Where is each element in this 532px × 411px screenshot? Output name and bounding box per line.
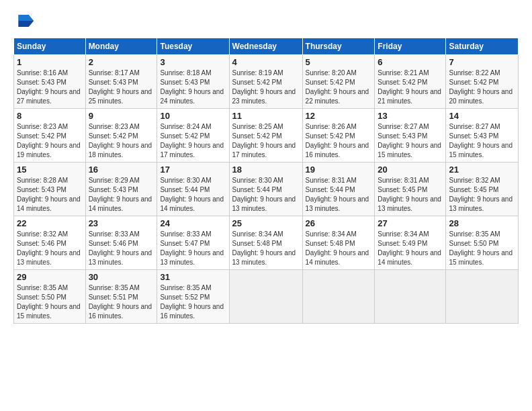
calendar-cell: 16 Sunrise: 8:29 AMSunset: 5:43 PMDaylig…: [85, 163, 157, 216]
day-number: 31: [160, 272, 226, 282]
calendar-cell: 7 Sunrise: 8:22 AMSunset: 5:42 PMDayligh…: [446, 55, 519, 109]
day-number: 14: [449, 111, 515, 121]
logo: [13, 11, 36, 31]
svg-marker-1: [19, 15, 34, 21]
calendar-cell: 15 Sunrise: 8:28 AMSunset: 5:43 PMDaylig…: [14, 163, 86, 216]
day-number: 10: [160, 111, 226, 121]
calendar-cell: 13 Sunrise: 8:27 AMSunset: 5:43 PMDaylig…: [375, 109, 446, 163]
day-number: 2: [89, 57, 154, 67]
day-number: 1: [17, 57, 83, 67]
svg-marker-2: [19, 21, 34, 27]
calendar-cell: 19 Sunrise: 8:31 AMSunset: 5:44 PMDaylig…: [302, 163, 375, 216]
col-header-wednesday: Wednesday: [229, 38, 302, 55]
col-header-tuesday: Tuesday: [157, 38, 229, 55]
day-info: Sunrise: 8:34 AMSunset: 5:48 PMDaylight:…: [232, 230, 296, 266]
calendar-cell: 18 Sunrise: 8:30 AMSunset: 5:44 PMDaylig…: [229, 163, 302, 216]
calendar-cell: 29 Sunrise: 8:35 AMSunset: 5:50 PMDaylig…: [14, 270, 86, 324]
calendar-cell: 6 Sunrise: 8:21 AMSunset: 5:42 PMDayligh…: [375, 55, 446, 109]
day-number: 8: [17, 111, 83, 121]
calendar-cell: [302, 270, 375, 324]
calendar-cell: 8 Sunrise: 8:23 AMSunset: 5:42 PMDayligh…: [14, 109, 86, 163]
day-number: 21: [449, 165, 515, 175]
calendar-cell: 4 Sunrise: 8:19 AMSunset: 5:42 PMDayligh…: [229, 55, 302, 109]
day-info: Sunrise: 8:35 AMSunset: 5:51 PMDaylight:…: [89, 284, 152, 320]
day-info: Sunrise: 8:34 AMSunset: 5:48 PMDaylight:…: [306, 230, 369, 266]
calendar-cell: 9 Sunrise: 8:23 AMSunset: 5:42 PMDayligh…: [85, 109, 157, 163]
day-info: Sunrise: 8:26 AMSunset: 5:42 PMDaylight:…: [306, 123, 369, 158]
day-info: Sunrise: 8:33 AMSunset: 5:47 PMDaylight:…: [160, 230, 224, 266]
day-number: 17: [160, 165, 226, 175]
calendar-cell: [446, 270, 519, 324]
calendar-cell: 21 Sunrise: 8:32 AMSunset: 5:45 PMDaylig…: [446, 163, 519, 216]
day-info: Sunrise: 8:22 AMSunset: 5:42 PMDaylight:…: [449, 69, 513, 105]
calendar-cell: 30 Sunrise: 8:35 AMSunset: 5:51 PMDaylig…: [85, 270, 157, 324]
calendar-cell: 12 Sunrise: 8:26 AMSunset: 5:42 PMDaylig…: [302, 109, 375, 163]
day-number: 9: [89, 111, 154, 121]
header: [13, 11, 519, 31]
calendar-cell: 1 Sunrise: 8:16 AMSunset: 5:43 PMDayligh…: [14, 55, 86, 109]
col-header-sunday: Sunday: [14, 38, 86, 55]
day-info: Sunrise: 8:34 AMSunset: 5:49 PMDaylight:…: [378, 230, 441, 266]
day-number: 20: [378, 165, 443, 175]
calendar-cell: 22 Sunrise: 8:32 AMSunset: 5:46 PMDaylig…: [14, 216, 86, 270]
day-info: Sunrise: 8:16 AMSunset: 5:43 PMDaylight:…: [17, 69, 81, 105]
day-number: 12: [306, 111, 372, 121]
day-info: Sunrise: 8:21 AMSunset: 5:42 PMDaylight:…: [378, 69, 441, 105]
day-info: Sunrise: 8:20 AMSunset: 5:42 PMDaylight:…: [306, 69, 369, 105]
calendar-cell: 10 Sunrise: 8:24 AMSunset: 5:42 PMDaylig…: [157, 109, 229, 163]
col-header-saturday: Saturday: [446, 38, 519, 55]
day-info: Sunrise: 8:29 AMSunset: 5:43 PMDaylight:…: [89, 177, 152, 212]
calendar-table: SundayMondayTuesdayWednesdayThursdayFrid…: [13, 38, 519, 324]
calendar-cell: 23 Sunrise: 8:33 AMSunset: 5:46 PMDaylig…: [85, 216, 157, 270]
day-number: 22: [17, 218, 83, 228]
calendar-cell: [229, 270, 302, 324]
day-info: Sunrise: 8:23 AMSunset: 5:42 PMDaylight:…: [89, 123, 152, 158]
calendar-cell: [375, 270, 446, 324]
day-number: 19: [306, 165, 372, 175]
day-number: 6: [378, 57, 443, 67]
calendar-cell: 5 Sunrise: 8:20 AMSunset: 5:42 PMDayligh…: [302, 55, 375, 109]
day-number: 24: [160, 218, 226, 228]
calendar-cell: 3 Sunrise: 8:18 AMSunset: 5:43 PMDayligh…: [157, 55, 229, 109]
day-number: 7: [449, 57, 515, 67]
col-header-monday: Monday: [85, 38, 157, 55]
day-number: 30: [89, 272, 154, 282]
day-info: Sunrise: 8:28 AMSunset: 5:43 PMDaylight:…: [17, 177, 81, 212]
day-number: 13: [378, 111, 443, 121]
day-number: 5: [306, 57, 372, 67]
col-header-thursday: Thursday: [302, 38, 375, 55]
day-info: Sunrise: 8:23 AMSunset: 5:42 PMDaylight:…: [17, 123, 81, 158]
calendar-cell: 28 Sunrise: 8:35 AMSunset: 5:50 PMDaylig…: [446, 216, 519, 270]
day-info: Sunrise: 8:30 AMSunset: 5:44 PMDaylight:…: [160, 177, 224, 212]
day-info: Sunrise: 8:27 AMSunset: 5:43 PMDaylight:…: [378, 123, 441, 158]
day-number: 25: [232, 218, 300, 228]
day-info: Sunrise: 8:32 AMSunset: 5:46 PMDaylight:…: [17, 230, 81, 266]
calendar-cell: 20 Sunrise: 8:31 AMSunset: 5:45 PMDaylig…: [375, 163, 446, 216]
day-info: Sunrise: 8:25 AMSunset: 5:42 PMDaylight:…: [232, 123, 296, 158]
calendar-cell: 27 Sunrise: 8:34 AMSunset: 5:49 PMDaylig…: [375, 216, 446, 270]
col-header-friday: Friday: [375, 38, 446, 55]
calendar-cell: 2 Sunrise: 8:17 AMSunset: 5:43 PMDayligh…: [85, 55, 157, 109]
day-info: Sunrise: 8:32 AMSunset: 5:45 PMDaylight:…: [449, 177, 513, 212]
calendar-cell: 31 Sunrise: 8:35 AMSunset: 5:52 PMDaylig…: [157, 270, 229, 324]
day-info: Sunrise: 8:35 AMSunset: 5:52 PMDaylight:…: [160, 284, 224, 320]
calendar-cell: 11 Sunrise: 8:25 AMSunset: 5:42 PMDaylig…: [229, 109, 302, 163]
day-number: 28: [449, 218, 515, 228]
day-info: Sunrise: 8:35 AMSunset: 5:50 PMDaylight:…: [17, 284, 81, 320]
day-number: 4: [232, 57, 300, 67]
day-info: Sunrise: 8:27 AMSunset: 5:43 PMDaylight:…: [449, 123, 513, 158]
page: { "header": { "logo_line1": "General", "…: [0, 0, 532, 411]
day-info: Sunrise: 8:35 AMSunset: 5:50 PMDaylight:…: [449, 230, 513, 266]
day-number: 3: [160, 57, 226, 67]
logo-icon: [13, 11, 34, 31]
day-info: Sunrise: 8:30 AMSunset: 5:44 PMDaylight:…: [232, 177, 296, 212]
day-info: Sunrise: 8:17 AMSunset: 5:43 PMDaylight:…: [89, 69, 152, 105]
calendar-cell: 14 Sunrise: 8:27 AMSunset: 5:43 PMDaylig…: [446, 109, 519, 163]
day-info: Sunrise: 8:18 AMSunset: 5:43 PMDaylight:…: [160, 69, 224, 105]
day-info: Sunrise: 8:19 AMSunset: 5:42 PMDaylight:…: [232, 69, 296, 105]
day-number: 15: [17, 165, 83, 175]
day-number: 27: [378, 218, 443, 228]
day-number: 29: [17, 272, 83, 282]
day-number: 26: [306, 218, 372, 228]
day-info: Sunrise: 8:31 AMSunset: 5:45 PMDaylight:…: [378, 177, 441, 212]
